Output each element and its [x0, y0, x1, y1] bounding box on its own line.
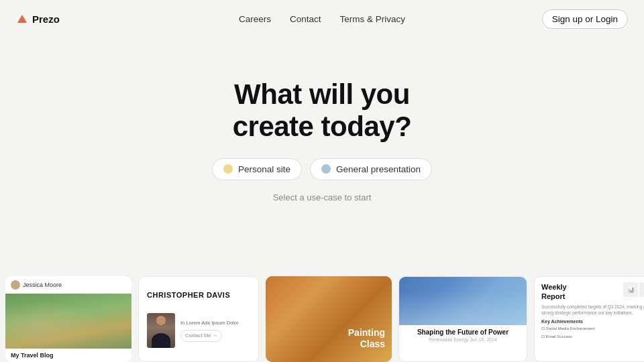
nav-terms[interactable]: Terms & Privacy: [340, 14, 406, 24]
report-description: Successfully completed targets of Q3 202…: [541, 304, 644, 316]
logo-text: Prezo: [32, 13, 60, 25]
nav-careers[interactable]: Careers: [239, 14, 271, 24]
christopher-contact[interactable]: Contact Me →: [180, 330, 222, 342]
future-image: [399, 277, 527, 325]
personal-site-label: Personal site: [238, 164, 290, 174]
report-title-line2: Report: [541, 292, 567, 301]
general-presentation-pill[interactable]: General presentation: [310, 158, 432, 180]
future-windmill-overlay: [399, 292, 527, 325]
personal-site-pill[interactable]: Personal site: [212, 158, 302, 180]
card-christopher[interactable]: CHRISTOPHER DAVIS In Lorem Ads Ipsum Dol…: [138, 276, 259, 362]
christopher-photo: [147, 313, 175, 348]
christopher-subtitle: In Lorem Ads Ipsum Dolor: [180, 319, 250, 327]
report-top: Weekly Report 📊 📈: [541, 282, 644, 302]
hero-title-line2: create today?: [233, 111, 412, 142]
use-case-pills: Personal site General presentation: [212, 158, 432, 180]
report-icons: 📊 📈: [623, 282, 644, 297]
nav-links: Careers Contact Terms & Privacy: [239, 14, 405, 24]
card-painting[interactable]: Painting Class: [266, 276, 392, 362]
card-strip: Jessica Moore My Travel Blog CHRISTOPHER…: [0, 275, 644, 362]
christopher-info: In Lorem Ads Ipsum Dolor Contact Me →: [180, 319, 250, 342]
svg-marker-0: [17, 15, 27, 23]
hero-title: What will you create today?: [233, 78, 412, 143]
card-future-power[interactable]: Shaping the Future of Power Renewable En…: [398, 276, 527, 362]
painting-label: Painting Class: [348, 327, 385, 350]
report-bullet-2: ⊡ Email Success: [541, 334, 644, 340]
travel-image: [5, 294, 131, 349]
hero-section: What will you create today? Personal sit…: [0, 38, 644, 202]
nav-contact[interactable]: Contact: [290, 14, 321, 24]
travel-author: Jessica Moore: [23, 282, 62, 288]
hero-subtitle: Select a use-case to start: [273, 192, 372, 202]
hero-title-line1: What will you: [234, 78, 410, 110]
christopher-photo-inner: [147, 313, 175, 348]
travel-header: Jessica Moore: [5, 276, 131, 294]
navbar: Prezo Careers Contact Terms & Privacy Si…: [0, 0, 644, 38]
travel-label: My Travel Blog: [5, 349, 131, 362]
painting-label-line1: Painting: [348, 327, 385, 339]
signup-button[interactable]: Sign up or Login: [542, 9, 628, 29]
future-meta: Renewable Energy Jun 15, 2024: [399, 337, 527, 342]
logo-icon: [16, 13, 28, 25]
report-icon-figure: 📈: [639, 282, 644, 297]
report-section-title: Key Achievements: [541, 319, 644, 324]
logo[interactable]: Prezo: [16, 13, 60, 25]
personal-site-dot: [223, 164, 233, 174]
christopher-row: In Lorem Ads Ipsum Dolor Contact Me →: [147, 313, 250, 348]
general-presentation-dot: [321, 164, 331, 174]
card-travel-blog[interactable]: Jessica Moore My Travel Blog: [5, 276, 131, 362]
general-presentation-label: General presentation: [336, 164, 421, 174]
painting-label-line2: Class: [348, 339, 385, 350]
report-icon-chart: 📊: [623, 282, 638, 297]
travel-image-inner: [5, 294, 131, 349]
travel-avatar: [11, 280, 20, 290]
report-title-line1: Weekly: [541, 282, 567, 292]
card-weekly-report[interactable]: Weekly Report 📊 📈 Successfully completed…: [534, 276, 644, 362]
future-title: Shaping the Future of Power: [399, 325, 527, 337]
report-title: Weekly Report: [541, 282, 567, 302]
report-bullet-1: ⊡ Social Media Enchacement: [541, 326, 644, 332]
christopher-name: CHRISTOPHER DAVIS: [147, 291, 250, 299]
